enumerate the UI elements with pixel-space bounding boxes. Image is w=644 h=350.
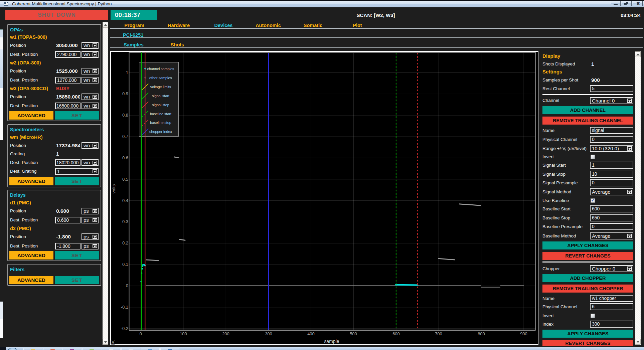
- svg-text:signal stop: signal stop: [152, 103, 169, 107]
- svg-text:voltage limits: voltage limits: [150, 85, 171, 89]
- svg-text:baseline stop: baseline stop: [150, 121, 171, 125]
- svg-text:signal start: signal start: [152, 94, 169, 98]
- svg-text:chopper index: chopper index: [149, 130, 172, 134]
- svg-text:other samples: other samples: [149, 76, 172, 80]
- svg-text:baseline start: baseline start: [150, 112, 171, 116]
- svg-text:channel samples: channel samples: [147, 67, 174, 71]
